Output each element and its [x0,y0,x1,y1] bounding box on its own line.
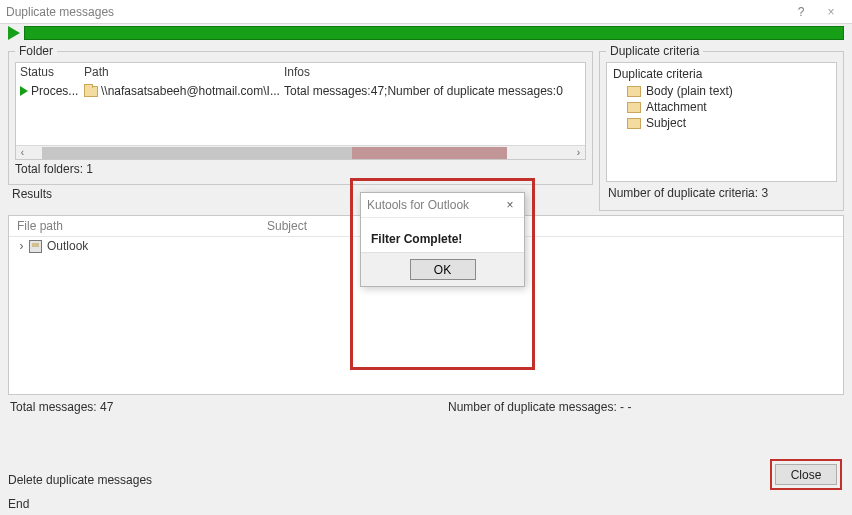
criteria-list: Duplicate criteria Body (plain text) Att… [606,62,837,182]
results-legend: Results [8,187,56,201]
outlook-icon [29,240,42,253]
dialog-close-icon[interactable]: × [502,198,518,212]
col-infos[interactable]: Infos [284,65,581,79]
progress-row [8,26,844,40]
folder-infos: Total messages:47;Number of duplicate me… [284,84,581,98]
total-folders-label: Total folders: 1 [15,160,586,178]
folder-horizontal-scrollbar[interactable]: ‹ › [16,145,585,159]
col-status[interactable]: Status [20,65,84,79]
scroll-right-icon[interactable]: › [572,147,585,158]
criteria-legend: Duplicate criteria [606,44,703,58]
col-filepath[interactable]: File path [17,219,267,233]
folder-path: \\nafasatsabeeh@hotmail.com\I... [101,84,280,98]
title-bar: Duplicate messages ? × [0,0,852,24]
end-label: End [8,497,29,511]
criteria-group: Duplicate criteria Duplicate criteria Bo… [599,44,844,211]
play-icon[interactable] [8,26,20,40]
close-button[interactable]: Close [775,464,837,485]
folder-icon [627,86,641,97]
folder-group: Folder Status Path Infos Proces... [8,44,593,185]
folder-icon [84,86,98,97]
scroll-left-icon[interactable]: ‹ [16,147,29,158]
folder-legend: Folder [15,44,57,58]
criteria-item-subject[interactable]: Subject [613,115,830,131]
criteria-header: Duplicate criteria [613,67,830,81]
delete-duplicates-label: Delete duplicate messages [8,473,152,487]
results-totals: Total messages: 47 Number of duplicate m… [8,395,844,414]
criteria-label: Attachment [646,100,707,114]
ok-button[interactable]: OK [410,259,476,280]
dialog-message: Filter Complete! [361,218,524,252]
dialog-titlebar: Kutools for Outlook × [361,193,524,218]
results-root-label: Outlook [47,239,88,253]
criteria-item-body[interactable]: Body (plain text) [613,83,830,99]
help-icon[interactable]: ? [786,5,816,19]
folder-status: Proces... [31,84,78,98]
window-title: Duplicate messages [6,5,786,19]
folder-row[interactable]: Proces... \\nafasatsabeeh@hotmail.com\I.… [16,82,585,100]
col-path[interactable]: Path [84,65,284,79]
play-icon [20,86,28,96]
folder-list: Status Path Infos Proces... \\nafasatsab… [15,62,586,160]
modal-dialog: Kutools for Outlook × Filter Complete! O… [360,192,525,287]
close-highlight: Close [770,459,842,490]
chevron-right-icon[interactable]: › [17,239,26,253]
criteria-label: Subject [646,116,686,130]
num-duplicate-label: Number of duplicate messages: - - [448,400,631,414]
total-messages-label: Total messages: 47 [10,400,113,414]
dialog-footer: OK [361,252,524,286]
progress-bar [24,26,844,40]
criteria-count-label: Number of duplicate criteria: 3 [606,182,837,204]
criteria-item-attachment[interactable]: Attachment [613,99,830,115]
folder-icon [627,118,641,129]
scroll-thumb[interactable] [352,147,507,159]
window-close-icon[interactable]: × [816,5,846,19]
folder-columns-header: Status Path Infos [16,63,585,82]
folder-icon [627,102,641,113]
footer: Delete duplicate messages Close [8,473,844,487]
dialog-title: Kutools for Outlook [367,198,502,212]
criteria-label: Body (plain text) [646,84,733,98]
